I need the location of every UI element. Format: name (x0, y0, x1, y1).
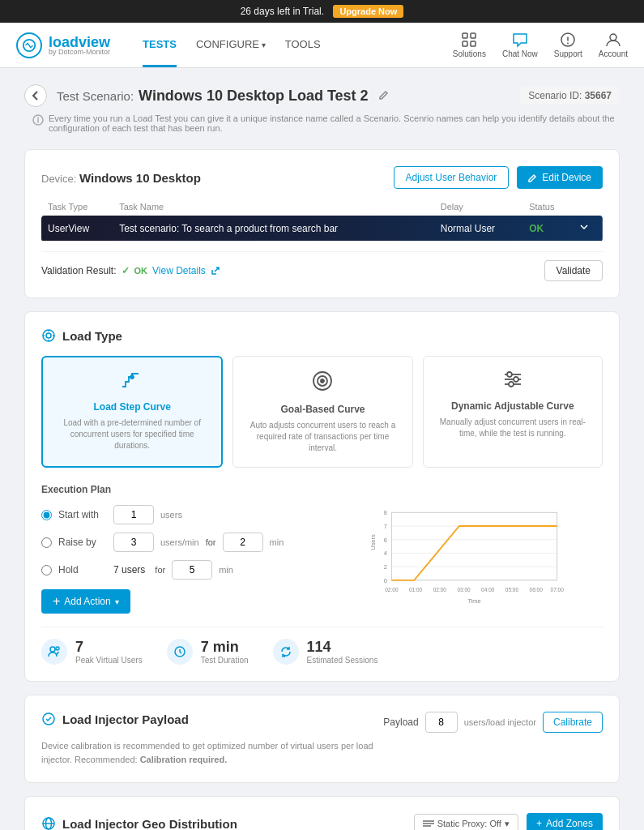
load-step-desc: Load with a pre-determined number of con… (53, 417, 211, 451)
step-chart-icon (53, 370, 211, 395)
svg-text:6: 6 (383, 537, 386, 544)
stat-duration: 7 min Test Duration (167, 639, 249, 665)
stat-users-icon (41, 639, 67, 665)
exec-start-value[interactable] (113, 505, 154, 524)
svg-text:06:00: 06:00 (529, 587, 543, 593)
device-actions: Adjust User Behavior Edit Device (394, 166, 603, 189)
exec-hold-for: for (155, 565, 165, 575)
expand-icon (579, 222, 589, 232)
support-icon[interactable]: Support (554, 32, 582, 58)
page-title-name: Windows 10 Desktop Load Test 2 (139, 88, 369, 105)
header: loadview by Dotcom-Monitor TESTS CONFIGU… (0, 23, 644, 68)
payload-label: Payload (383, 717, 418, 728)
validation-status: OK (134, 266, 148, 276)
exec-raise-for: for (206, 537, 216, 547)
svg-text:03:00: 03:00 (457, 587, 471, 593)
chart-area: 8 7 6 4 2 0 Users 02:00 01:00 02:00 03:0… (331, 505, 603, 614)
geo-header: Load Injector Geo Distribution Static Pr… (41, 813, 603, 830)
main-content: Test Scenario: Windows 10 Desktop Load T… (0, 68, 644, 830)
svg-point-8 (43, 330, 54, 341)
svg-point-17 (321, 379, 324, 383)
col-task-name: Task Name (113, 199, 417, 216)
edit-title-icon[interactable] (378, 89, 390, 103)
calibrate-button[interactable]: Calibrate (543, 712, 603, 733)
col-status: Status (522, 199, 573, 216)
svg-text:05:00: 05:00 (505, 587, 518, 593)
back-button[interactable] (24, 84, 47, 107)
svg-point-9 (46, 333, 51, 338)
dynamic-desc: Manually adjust concurrent users in real… (433, 417, 592, 439)
svg-text:04:00: 04:00 (481, 587, 495, 593)
load-type-card: Load Type Load Step Curve Load with a pr… (24, 311, 620, 682)
edit-device-button[interactable]: Edit Device (517, 166, 603, 189)
goal-based-title: Goal-Based Curve (243, 404, 402, 415)
goal-based-curve-option[interactable]: Goal-Based Curve Auto adjusts concurrent… (232, 356, 412, 468)
payload-area: Payload users/load injector Calibrate (383, 712, 603, 733)
nav: TESTS CONFIGURE TOOLS (143, 24, 453, 67)
validate-button[interactable]: Validate (544, 260, 603, 281)
device-header: Device: Windows 10 Desktop Adjust User B… (41, 166, 603, 189)
validation-label: Validation Result: (41, 265, 117, 276)
svg-point-14 (130, 375, 134, 379)
exec-row-hold: Hold 7 users for min (41, 560, 314, 580)
exec-raise-radio[interactable] (41, 537, 52, 548)
static-proxy-button[interactable]: Static Proxy: Off ▾ (414, 814, 518, 831)
proxy-arrow-icon: ▾ (505, 819, 510, 829)
exec-hold-radio[interactable] (41, 565, 52, 575)
exec-plan-label: Execution Plan (41, 484, 603, 495)
stats-row: 7 Peak Virtual Users 7 min Test Duration (41, 627, 603, 665)
dropdown-arrow-icon: ▾ (115, 597, 119, 606)
add-action-button[interactable]: + Add Action ▾ (41, 589, 130, 614)
svg-text:2: 2 (383, 563, 386, 571)
exec-raise-for-value[interactable] (223, 533, 263, 552)
payload-unit: users/load injector (464, 717, 536, 727)
nav-configure[interactable]: CONFIGURE (196, 24, 266, 67)
adjust-behavior-button[interactable]: Adjust User Behavior (394, 166, 510, 189)
task-delay-cell: Normal User (434, 216, 522, 242)
exec-plan-left: Start with users Raise by users/min for … (41, 505, 314, 614)
svg-rect-1 (463, 33, 467, 38)
target-icon (243, 370, 402, 397)
payload-input[interactable] (425, 712, 458, 733)
header-right: Solutions Chat Now Support Account (453, 32, 628, 58)
stat-sessions-label: Estimated Sessions (307, 656, 378, 665)
info-icon (32, 114, 44, 126)
dynamic-curve-option[interactable]: Dynamic Adjustable Curve Manually adjust… (423, 356, 603, 468)
stat-refresh-icon (273, 639, 299, 665)
svg-text:7: 7 (383, 523, 386, 530)
svg-point-47 (50, 647, 55, 652)
device-info: Device: Windows 10 Desktop (41, 171, 201, 185)
load-injector-header: Load Injector Payload Device calibration… (41, 712, 603, 766)
page-title-label: Test Scenario: (57, 89, 134, 103)
solutions-icon[interactable]: Solutions (453, 32, 486, 58)
exec-raise-value[interactable] (113, 533, 154, 552)
col-expand (573, 199, 603, 216)
add-zones-button[interactable]: + Add Zones (527, 813, 603, 830)
nav-tests[interactable]: TESTS (143, 24, 177, 67)
stat-duration-label: Test Duration (201, 656, 249, 665)
load-injector-info: Load Injector Payload Device calibration… (41, 712, 383, 766)
upgrade-button[interactable]: Upgrade Now (333, 5, 403, 18)
svg-text:01:00: 01:00 (408, 587, 422, 593)
validation-result: Validation Result: ✓ OK View Details (41, 265, 220, 276)
nav-tools[interactable]: TOOLS (285, 24, 321, 67)
svg-rect-3 (463, 41, 467, 46)
exec-plan-container: Start with users Raise by users/min for … (41, 505, 603, 614)
exec-row-raise: Raise by users/min for min (41, 533, 314, 552)
sliders-icon (433, 370, 592, 394)
exec-row-start: Start with users (41, 505, 314, 524)
geo-actions: Static Proxy: Off ▾ + Add Zones (414, 813, 603, 830)
logo: loadview by Dotcom-Monitor (16, 32, 110, 58)
task-expand-cell[interactable] (573, 216, 603, 242)
view-details-link[interactable]: View Details (152, 265, 206, 276)
load-step-curve-option[interactable]: Load Step Curve Load with a pre-determin… (41, 356, 223, 468)
svg-rect-30 (391, 512, 557, 580)
account-icon[interactable]: Account (599, 32, 628, 58)
load-type-icon (41, 328, 56, 343)
exec-start-unit: users (160, 510, 182, 520)
load-type-options: Load Step Curve Load with a pre-determin… (41, 356, 603, 468)
exec-hold-for-value[interactable] (172, 560, 212, 580)
exec-start-radio[interactable] (41, 510, 52, 520)
chat-icon[interactable]: Chat Now (502, 32, 538, 58)
stat-peak-users-label: Peak Virtual Users (75, 656, 143, 665)
